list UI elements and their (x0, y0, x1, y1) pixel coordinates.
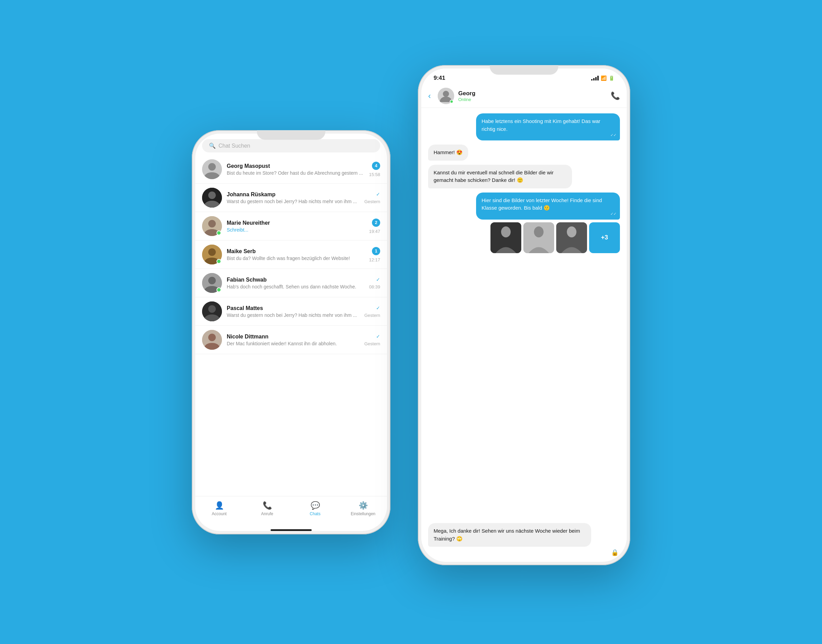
chat-preview-6: Der Mac funktioniert wieder! Kannst ihn … (227, 341, 360, 347)
message-text-1: Habe letztens ein Shooting mit Kim gehab… (482, 118, 600, 132)
status-icons: 📶 🔋 (591, 75, 614, 81)
check-icon-6: ✓ (376, 334, 380, 339)
chat-preview-1: Warst du gestern noch bei Jerry? Hab nic… (227, 199, 360, 204)
avatar-5 (202, 301, 222, 321)
portrait-svg-2 (524, 222, 554, 253)
image-thumb-3[interactable] (556, 222, 587, 253)
battery-icon: 🔋 (609, 75, 614, 81)
chat-name-5: Pascal Mattes (227, 305, 360, 311)
chat-name-4: Fabian Schwab (227, 277, 364, 283)
online-dot-3 (216, 259, 221, 264)
nav-item-anrufe[interactable]: 📞Anrufe (243, 499, 291, 518)
chat-preview-2: Schreibt... (227, 227, 364, 233)
check-icon-1: ✓ (376, 192, 380, 197)
chat-item-2[interactable]: Marie NeureitherSchreibt...219:47 (195, 212, 387, 241)
chat-time-6: Gestern (364, 341, 380, 347)
chat-content-4: Fabian SchwabHab's doch noch geschafft. … (227, 277, 364, 290)
chat-meta-4: ✓08:39 (369, 277, 380, 290)
phone-chat-detail: 9:41 📶 🔋 ‹ (418, 65, 630, 565)
contact-status: Online (458, 97, 606, 102)
image-grid: +3 (490, 222, 620, 253)
avatar-wrap-0 (202, 159, 222, 179)
messages-list: Habe letztens ein Shooting mit Kim gehab… (421, 108, 627, 520)
chat-content-0: Georg MasopustBist du heute im Store? Od… (227, 163, 364, 176)
nav-item-einstellungen[interactable]: ⚙️Einstellungen (339, 499, 387, 518)
check-icon-5: ✓ (376, 305, 380, 311)
chat-item-5[interactable]: Pascal MattesWarst du gestern noch bei J… (195, 297, 387, 326)
svg-point-15 (443, 91, 449, 97)
back-button[interactable]: ‹ (428, 90, 433, 102)
svg-point-3 (208, 192, 216, 199)
badge-2: 2 (372, 219, 380, 227)
badge-0: 4 (372, 162, 380, 170)
message-4-group: Hier sind die Bilder von letzter Woche! … (428, 193, 620, 253)
chat-name-3: Maike Serb (227, 248, 364, 255)
chat-meta-0: 415:58 (369, 162, 380, 177)
call-button[interactable]: 📞 (611, 92, 620, 100)
lock-icon-wrap: 🔒 (428, 549, 620, 556)
status-bar: 9:41 📶 🔋 (421, 69, 627, 84)
nav-icon-1: 📞 (263, 501, 272, 510)
signal-bar-3 (595, 77, 597, 81)
avatar-wrap-4 (202, 273, 222, 293)
chat-meta-1: ✓Gestern (364, 192, 380, 204)
chat-name-2: Marie Neureither (227, 220, 364, 226)
svg-point-5 (208, 220, 216, 227)
nav-item-account[interactable]: 👤Account (195, 499, 243, 518)
online-dot-2 (216, 230, 221, 235)
chat-preview-3: Bist du da? Wollte dich was fragen bezüg… (227, 256, 364, 261)
check-icon-4: ✓ (376, 277, 380, 282)
image-more-badge[interactable]: +3 (589, 222, 620, 253)
image-thumb-1[interactable] (490, 222, 521, 253)
chat-preview-5: Warst du gestern noch bei Jerry? Hab nic… (227, 313, 360, 318)
message-text-2: Hammer! 😍 (433, 149, 463, 155)
message-check-1: ✓✓ (610, 132, 617, 138)
signal-bar-2 (593, 78, 595, 81)
signal-icon (591, 76, 599, 81)
chat-item-3[interactable]: Maike SerbBist du da? Wollte dich was fr… (195, 241, 387, 269)
message-check-4: ✓✓ (610, 211, 617, 217)
image-thumb-2[interactable] (524, 222, 554, 253)
portrait-svg-1 (490, 222, 521, 253)
chat-content-5: Pascal MattesWarst du gestern noch bei J… (227, 305, 360, 318)
bottom-nav: 👤Account📞Anrufe💬Chats⚙️Einstellungen (195, 496, 387, 526)
last-message: Mega, Ich danke dir! Sehen wir uns nächs… (428, 523, 591, 547)
avatar-1 (202, 188, 222, 208)
contact-avatar-wrap (438, 88, 454, 104)
search-bar[interactable]: 🔍 Chat Suchen (202, 139, 380, 152)
chat-name-1: Johanna Rüskamp (227, 192, 360, 198)
nav-item-chats[interactable]: 💬Chats (291, 499, 339, 518)
status-time: 9:41 (433, 75, 445, 81)
chat-item-4[interactable]: Fabian SchwabHab's doch noch geschafft. … (195, 269, 387, 297)
svg-point-7 (208, 248, 216, 256)
chat-preview-0: Bist du heute im Store? Oder hast du die… (227, 170, 364, 176)
svg-point-17 (501, 227, 511, 238)
lock-icon: 🔒 (611, 549, 618, 556)
chat-meta-6: ✓Gestern (364, 334, 380, 347)
badge-3: 1 (372, 247, 380, 255)
avatar-wrap-3 (202, 245, 222, 264)
message-text-4: Hier sind die Bilder von letzter Woche! … (482, 197, 602, 211)
avatar-6 (202, 330, 222, 350)
home-indicator (271, 529, 312, 531)
message-2: Hammer! 😍 (428, 144, 468, 161)
avatar-0 (202, 159, 222, 179)
message-3: Kannst du mir eventuell mal schnell die … (428, 165, 572, 189)
online-dot-4 (216, 287, 221, 292)
chat-item-1[interactable]: Johanna RüskampWarst du gestern noch bei… (195, 184, 387, 212)
chat-preview-4: Hab's doch noch geschafft. Sehen uns dan… (227, 284, 364, 290)
avatar-wrap-1 (202, 188, 222, 208)
chat-content-2: Marie NeureitherSchreibt... (227, 220, 364, 233)
bottom-message-area: Mega, Ich danke dir! Sehen wir uns nächs… (421, 520, 627, 562)
signal-bar-1 (591, 79, 592, 81)
chat-item-0[interactable]: Georg MasopustBist du heute im Store? Od… (195, 155, 387, 184)
svg-point-13 (208, 334, 216, 341)
svg-point-9 (208, 277, 216, 284)
nav-label-0: Account (212, 511, 227, 516)
contact-name: Georg (458, 90, 606, 97)
chat-time-5: Gestern (364, 313, 380, 318)
portrait-svg-3 (556, 222, 587, 253)
chat-time-4: 08:39 (369, 284, 380, 290)
nav-icon-2: 💬 (311, 501, 320, 510)
chat-item-6[interactable]: Nicole DittmannDer Mac funktioniert wied… (195, 326, 387, 354)
